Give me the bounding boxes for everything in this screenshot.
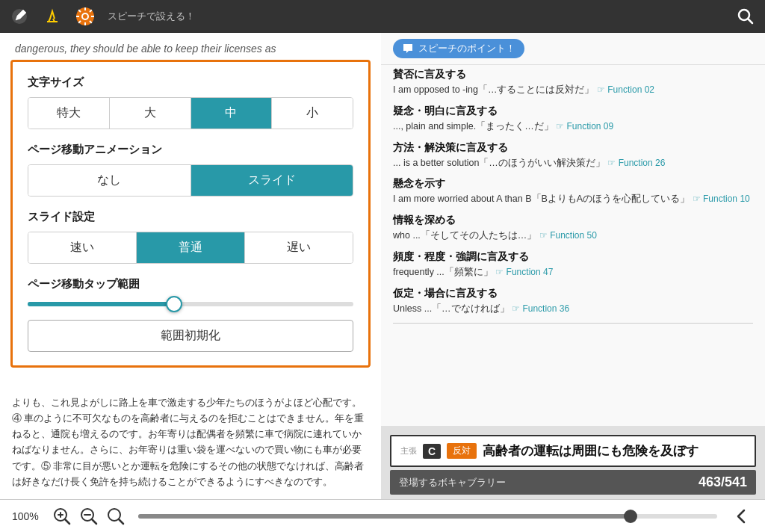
settings-icon[interactable] — [75, 6, 96, 27]
speech-item-0: 賛否に言及する I am opposed to -ing「…することには反対だ」… — [393, 68, 753, 97]
toolbar-title: スピーチで設える！ — [108, 10, 195, 23]
speech-item-title-5: 頻度・程度・強調に言及する — [393, 250, 753, 264]
speech-item-body-3: I am more worried about A than B「BよりもAのほ… — [393, 192, 753, 206]
animation-nashi[interactable]: なし — [28, 165, 191, 196]
zoom-fit-icon[interactable] — [78, 506, 99, 527]
top-toolbar: スピーチで設える！ — [0, 0, 765, 33]
slider-fill — [28, 302, 174, 306]
divider — [393, 323, 753, 324]
speech-item-title-0: 賛否に言及する — [393, 68, 753, 81]
progress-fill — [138, 514, 631, 519]
font-size-shou[interactable]: 小 — [272, 98, 353, 129]
slide-normal[interactable]: 普通 — [137, 232, 245, 263]
tap-range-title: ページ移動タップ範囲 — [28, 277, 353, 291]
speech-item-body-1: ..., plain and simple.「まったく…だ」 ☞ Functio… — [393, 120, 753, 134]
vocab-count: 463/541 — [699, 474, 747, 490]
zoom-percent: 100% — [12, 510, 46, 522]
speech-content: 賛否に言及する I am opposed to -ing「…することには反対だ」… — [381, 65, 765, 426]
font-size-group: 特大 大 中 小 — [28, 97, 353, 129]
zoom-out-icon[interactable] — [105, 506, 126, 527]
bottom-toolbar: 100% — [0, 499, 765, 532]
badge-hantai: 反対 — [447, 443, 477, 459]
back-button[interactable] — [729, 504, 753, 528]
speech-item-6: 仮定・場合に言及する Unless ...「…でなければ」 ☞ Function… — [393, 287, 753, 316]
badge-c: C — [423, 444, 441, 459]
slide-slow[interactable]: 遅い — [245, 232, 353, 263]
reset-button[interactable]: 範囲初期化 — [28, 320, 353, 352]
zoom-in-icon[interactable] — [52, 506, 72, 527]
right-cta: 主張 C 反対 高齢者の運転は周囲にも危険を及ぼす — [390, 435, 756, 467]
right-bottom-bar: 主張 C 反対 高齢者の運転は周囲にも危険を及ぼす 登場するボキャブラリー 46… — [381, 426, 765, 499]
pencil-icon[interactable] — [9, 6, 30, 27]
speech-item-body-4: who ...「そしてその人たちは…」 ☞ Function 50 — [393, 229, 753, 243]
font-size-taidai[interactable]: 特大 — [28, 98, 110, 129]
speech-item-title-6: 仮定・場合に言及する — [393, 287, 753, 300]
speech-item-body-0: I am opposed to -ing「…することには反対だ」 ☞ Funct… — [393, 83, 753, 97]
slide-title: スライド設定 — [28, 210, 353, 224]
search-icon[interactable] — [735, 6, 756, 27]
progress-thumb[interactable] — [624, 510, 637, 523]
speech-badge-text: スピーチのポイント！ — [418, 42, 515, 55]
speech-item-title-2: 方法・解決策に言及する — [393, 141, 753, 155]
font-size-title: 文字サイズ — [28, 75, 353, 90]
animation-slide[interactable]: スライド — [191, 165, 353, 196]
left-bottom-text: よりも、これ見よがしに路上を車で激走する少年たちのほうがよほど心配です。④ 車の… — [0, 389, 381, 500]
speech-item-body-5: frequently ...「頻繁に」 ☞ Function 47 — [393, 265, 753, 279]
speech-item-title-4: 情報を深める — [393, 214, 753, 227]
speech-item-title-1: 疑念・明白に言及する — [393, 105, 753, 118]
speech-point-header: スピーチのポイント！ — [381, 33, 765, 65]
right-panel: スピーチのポイント！ 賛否に言及する I am opposed to -ing「… — [381, 33, 765, 499]
speech-icon — [402, 43, 414, 55]
speech-item-5: 頻度・程度・強調に言及する frequently ...「頻繁に」 ☞ Func… — [393, 250, 753, 279]
speech-item-title-3: 懸念を示す — [393, 177, 753, 191]
font-size-chuu[interactable]: 中 — [191, 98, 273, 129]
speech-item-4: 情報を深める who ...「そしてその人たちは…」 ☞ Function 50 — [393, 214, 753, 243]
speech-item-2: 方法・解決策に言及する ... is a better solution「…のほ… — [393, 141, 753, 170]
left-panel: dangerous, they should be able to keep t… — [0, 33, 381, 499]
speech-item-body-2: ... is a better solution「…のほうがいい解決策だ」 ☞ … — [393, 156, 753, 170]
speech-item-3: 懸念を示す I am more worried about A than B「B… — [393, 177, 753, 206]
settings-panel: 文字サイズ 特大 大 中 小 ページ移動アニメーション なし スライド スライド… — [10, 60, 371, 368]
slider-track — [28, 302, 353, 306]
tap-range-slider[interactable] — [28, 302, 353, 306]
badge-label: 主張 — [400, 445, 417, 457]
slide-fast[interactable]: 速い — [28, 232, 137, 263]
vocab-label: 登場するボキャブラリー — [399, 476, 506, 489]
slide-speed-group: 速い 普通 遅い — [28, 232, 353, 264]
speech-item-body-6: Unless ...「…でなければ」 ☞ Function 36 — [393, 302, 753, 316]
speech-item-1: 疑念・明白に言及する ..., plain and simple.「まったく…だ… — [393, 105, 753, 134]
highlighter-icon[interactable] — [42, 6, 63, 27]
animation-group: なし スライド — [28, 164, 353, 197]
animation-title: ページ移動アニメーション — [28, 143, 353, 157]
main-area: dangerous, they should be able to keep t… — [0, 33, 765, 499]
font-size-dai[interactable]: 大 — [110, 98, 191, 129]
speech-badge: スピーチのポイント！ — [393, 39, 524, 58]
cta-text: 高齢者の運転は周囲にも危険を及ぼす — [483, 442, 699, 460]
vocab-bar: 登場するボキャブラリー 463/541 — [390, 470, 756, 495]
page-progress-bar[interactable] — [138, 514, 717, 519]
slider-thumb[interactable] — [166, 296, 182, 312]
